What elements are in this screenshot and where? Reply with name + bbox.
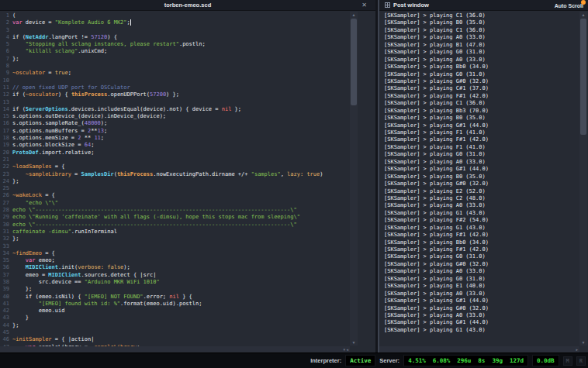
server-stat-value: 39g bbox=[492, 357, 503, 364]
code-text: } bbox=[9, 315, 29, 322]
code-text: "Stopping all sclang instances, please r… bbox=[9, 41, 206, 48]
post-line: [SKSampler] > playing C1 (36.0) bbox=[384, 12, 579, 19]
code-text: }; bbox=[9, 286, 32, 293]
line-number: 27 bbox=[0, 200, 9, 207]
post-line: [SKSampler] > playing Bb0 (34.0) bbox=[384, 239, 579, 246]
code-text: var device = "Komplete Audio 6 MK2"; bbox=[9, 19, 131, 26]
post-line: [SKSampler] > playing F#1 (42.0) bbox=[384, 136, 579, 143]
line-number: 15 bbox=[0, 113, 9, 120]
record-button[interactable]: R bbox=[576, 356, 586, 366]
code-editor[interactable]: 1(2var device = "Komplete Audio 6 MK2";3… bbox=[0, 11, 375, 353]
text-cursor bbox=[130, 19, 131, 26]
line-number: 6 bbox=[0, 48, 9, 55]
line-number: 13 bbox=[0, 99, 9, 106]
line-number: 12 bbox=[0, 91, 9, 98]
post-line: [SKSampler] > playing A0 (33.0) bbox=[384, 57, 579, 64]
line-number: 1 bbox=[0, 12, 9, 19]
line-number: 7 bbox=[0, 56, 9, 63]
code-text: ~wakeLock = { bbox=[9, 192, 55, 199]
line-number: 9 bbox=[0, 70, 9, 77]
code-text: if (ServerOptions.devices.includesEqual(… bbox=[9, 106, 241, 113]
editor-vertical-scrollbar[interactable]: ▲ ▼ bbox=[350, 12, 358, 346]
line-number: 2 bbox=[0, 19, 9, 26]
post-scroll-thumb[interactable] bbox=[580, 19, 586, 135]
server-stat-value: 4.51% bbox=[408, 357, 426, 364]
code-line: 5 "Stopping all sclang instances, please… bbox=[0, 41, 375, 48]
post-window-pane: Post window Auto Scroll [SKSampler] > pl… bbox=[379, 0, 588, 353]
line-number: 44 bbox=[0, 322, 9, 329]
scroll-up-icon[interactable]: ▲ bbox=[579, 12, 587, 18]
code-text: echo \"---------------------------------… bbox=[9, 222, 297, 229]
server-stat-value: 296u bbox=[457, 357, 471, 364]
line-number: 4 bbox=[0, 34, 9, 41]
code-text: caffeinate -dimsu".runInTerminal bbox=[9, 229, 117, 236]
scroll-left-icon[interactable]: ▾ ◂ bbox=[344, 346, 348, 353]
post-line: [SKSampler] > playing F1 (41.0) bbox=[384, 129, 579, 136]
code-text: "echo \"\" bbox=[9, 200, 58, 207]
code-text: var emeo; bbox=[9, 257, 55, 264]
code-line: 36 MIDIClient.init(verbose: false); bbox=[0, 264, 375, 271]
code-line: 30echo \"-------------------------------… bbox=[0, 222, 375, 229]
post-line: [SKSampler] > playing Bb3 (70.0) bbox=[384, 108, 579, 115]
post-line: [SKSampler] > playing A0 (33.0) bbox=[384, 312, 579, 319]
post-window-icon bbox=[385, 2, 390, 8]
post-line: [SKSampler] > playing G#0 (32.0) bbox=[384, 261, 579, 268]
line-number: 19 bbox=[0, 142, 9, 149]
line-number: 28 bbox=[0, 207, 9, 214]
editor-pane: torben-emeo.scd ✕ 1(2var device = "Kompl… bbox=[0, 0, 375, 353]
code-line: 6 "killall sclang".unixCmd; bbox=[0, 48, 375, 55]
close-icon[interactable]: ✕ bbox=[361, 1, 367, 10]
post-line: [SKSampler] > playing A0 (33.0) bbox=[384, 202, 579, 209]
code-line: 22~loadSamples = { bbox=[0, 163, 375, 170]
code-text: "[EMEO] found with id: %".format(emeo.ui… bbox=[9, 301, 202, 308]
line-number: 25 bbox=[0, 185, 9, 192]
post-line: [SKSampler] > playing B0 (35.0) bbox=[384, 19, 579, 26]
line-number: 34 bbox=[0, 250, 9, 257]
server-stats[interactable]: 4.51%6.08%296u8s39g127d bbox=[403, 355, 528, 366]
line-number: 26 bbox=[0, 192, 9, 199]
scroll-right-icon[interactable]: ▸ bbox=[576, 346, 578, 353]
scroll-down-icon[interactable]: ▼ bbox=[350, 339, 358, 346]
code-line: 24}; bbox=[0, 178, 375, 185]
code-line: 43 } bbox=[0, 315, 375, 322]
mute-button[interactable]: M bbox=[563, 356, 572, 366]
post-horizontal-scrollbar[interactable]: ▸ bbox=[379, 346, 579, 353]
post-titlebar: Post window Auto Scroll bbox=[379, 0, 588, 11]
post-line: [SKSampler] > playing F#2 (54.0) bbox=[384, 217, 579, 224]
code-line: 33 bbox=[0, 243, 375, 250]
line-number: 21 bbox=[0, 156, 9, 163]
post-line: [SKSampler] > playing F#1 (42.0) bbox=[384, 232, 579, 239]
post-line: [SKSampler] > playing G0 (31.0) bbox=[384, 71, 579, 78]
interpreter-status[interactable]: Active bbox=[345, 355, 375, 366]
line-number: 16 bbox=[0, 120, 9, 127]
post-line: [SKSampler] > playing A0 (33.0) bbox=[384, 34, 579, 41]
post-vertical-scrollbar[interactable]: ▲ ▼ bbox=[579, 12, 587, 346]
auto-scroll-toggle[interactable]: Auto Scroll bbox=[555, 0, 583, 11]
code-line: 46~initSampler = { |action| bbox=[0, 336, 375, 343]
code-line: 28echo \"-------------------------------… bbox=[0, 207, 375, 214]
code-text: if (emeo.isNil) { "[EMEO] NOT FOUND".err… bbox=[9, 294, 192, 301]
code-line: 25 bbox=[0, 185, 375, 192]
post-line: [SKSampler] > playing G0 (31.0) bbox=[384, 276, 579, 283]
code-text bbox=[9, 329, 12, 336]
editor-scroll-thumb[interactable] bbox=[351, 19, 357, 105]
code-text: MIDIClient.init(verbose: false); bbox=[9, 264, 130, 271]
code-line: 1( bbox=[0, 12, 375, 19]
line-number: 35 bbox=[0, 257, 9, 264]
code-line: 10 bbox=[0, 77, 375, 84]
line-number: 11 bbox=[0, 84, 9, 91]
editor-title: torben-emeo.scd bbox=[164, 2, 211, 9]
line-number: 38 bbox=[0, 279, 9, 286]
editor-horizontal-scrollbar[interactable]: ▾ ◂ bbox=[0, 346, 350, 353]
line-number: 40 bbox=[0, 294, 9, 301]
post-line: [SKSampler] > playing G#1 (44.0) bbox=[384, 297, 579, 304]
code-text: echo \"---------------------------------… bbox=[9, 207, 297, 214]
code-text: ( bbox=[9, 12, 16, 19]
scroll-up-icon[interactable]: ▲ bbox=[350, 12, 358, 18]
interpreter-label: Interpreter: bbox=[310, 357, 341, 364]
scroll-down-icon[interactable]: ▼ bbox=[579, 339, 587, 346]
code-line: 37 emeo = MIDIClient.sources.detect { |s… bbox=[0, 272, 375, 279]
volume-value[interactable]: 0.0dB bbox=[532, 355, 559, 366]
code-text: // open fixed UDP port for OSCulator bbox=[9, 84, 130, 91]
post-line: [SKSampler] > playing G#0 (32.0) bbox=[384, 181, 579, 187]
